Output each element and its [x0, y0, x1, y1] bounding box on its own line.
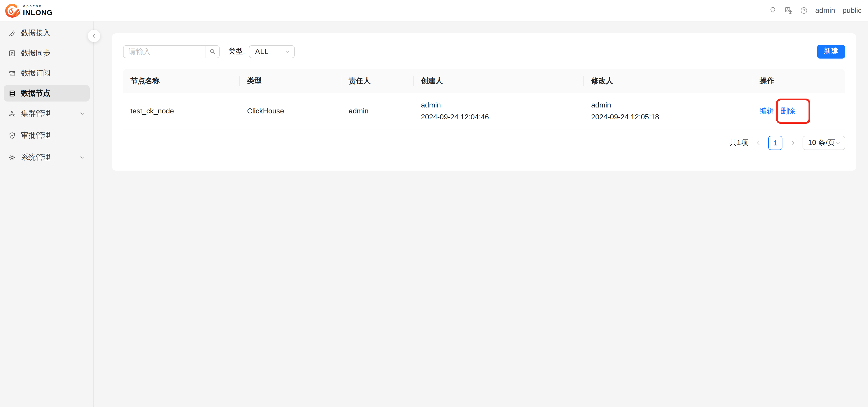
- cell-modifier: admin 2024-09-24 12:05:18: [584, 93, 752, 129]
- pagination-next-button[interactable]: [789, 140, 796, 146]
- pagination-total: 共1项: [730, 138, 748, 148]
- chevron-down-icon: [285, 49, 290, 54]
- help-icon[interactable]: [800, 6, 808, 14]
- settings-gear-icon: [8, 154, 16, 161]
- sidebar-item-label: 审批管理: [21, 131, 85, 140]
- type-filter-select[interactable]: ALL: [249, 45, 295, 58]
- pagination-page-1[interactable]: 1: [768, 136, 782, 150]
- modify-time: 2024-09-24 12:05:18: [591, 111, 659, 123]
- sidebar-item-system-management[interactable]: 系统管理: [4, 149, 90, 166]
- chevron-down-icon: [80, 155, 85, 160]
- cell-creator: admin 2024-09-24 12:04:46: [414, 93, 584, 129]
- pagination: 共1项 1 10 条/页: [123, 136, 845, 150]
- toolbar: 类型: ALL 新建: [123, 45, 845, 58]
- plug-icon: [8, 29, 16, 37]
- search-input[interactable]: [124, 45, 205, 57]
- chevron-right-icon: [789, 140, 796, 146]
- sidebar: 数据接入 数据同步 数据订阅: [0, 22, 94, 407]
- inlong-logo[interactable]: Apache INLONG: [5, 3, 53, 18]
- column-header-creator: 创建人: [414, 69, 584, 93]
- type-filter-label: 类型:: [228, 47, 245, 56]
- creator-name: admin: [421, 99, 441, 111]
- app-root: Apache INLONG: [0, 0, 868, 407]
- subscribe-icon: [8, 69, 16, 77]
- sidebar-item-label: 数据订阅: [21, 68, 85, 78]
- topbar-actions: admin public: [769, 6, 862, 14]
- current-user[interactable]: admin: [815, 6, 835, 14]
- current-tenant[interactable]: public: [842, 6, 862, 14]
- sidebar-item-label: 集群管理: [21, 109, 74, 118]
- chevron-down-icon: [80, 111, 85, 116]
- cell-type: ClickHouse: [240, 93, 341, 129]
- data-node-icon: [8, 90, 16, 97]
- sidebar-item-label: 数据同步: [21, 48, 85, 58]
- search-button[interactable]: [205, 45, 219, 57]
- modifier-name: admin: [591, 99, 611, 111]
- sidebar-item-label: 系统管理: [21, 152, 74, 162]
- cell-node-name: test_ck_node: [123, 93, 240, 129]
- logo-inlong-text: INLONG: [23, 9, 53, 16]
- search-box: [123, 45, 220, 58]
- delete-link[interactable]: 删除: [781, 106, 795, 116]
- sidebar-item-data-sync[interactable]: 数据同步: [4, 45, 90, 61]
- create-time: 2024-09-24 12:04:46: [421, 111, 489, 123]
- chevron-left-icon: [92, 33, 97, 38]
- sidebar-item-label: 数据接入: [21, 28, 85, 38]
- inlong-logo-icon: [5, 3, 20, 18]
- approval-shield-icon: [8, 132, 16, 139]
- sidebar-item-cluster-management[interactable]: 集群管理: [4, 105, 90, 122]
- column-header-type: 类型: [240, 69, 341, 93]
- page-size-value: 10 条/页: [808, 138, 836, 148]
- cluster-icon: [8, 109, 16, 117]
- sidebar-item-data-subscribe[interactable]: 数据订阅: [4, 65, 90, 81]
- type-filter-value: ALL: [255, 47, 285, 56]
- theme-lightbulb-icon[interactable]: [769, 6, 777, 14]
- cell-operations: 编辑 删除: [752, 93, 845, 129]
- cell-owner: admin: [341, 93, 414, 129]
- create-button[interactable]: 新建: [817, 44, 845, 58]
- edit-link[interactable]: 编辑: [760, 106, 774, 116]
- pagination-prev-button[interactable]: [755, 140, 762, 146]
- column-header-operations: 操作: [752, 69, 845, 93]
- data-node-table: 节点名称 类型 责任人 创建人 修改人 操作 test_ck_node Clic…: [123, 69, 845, 129]
- column-header-node-name: 节点名称: [123, 69, 240, 93]
- sidebar-item-data-ingestion[interactable]: 数据接入: [4, 25, 90, 41]
- sync-icon: [8, 49, 16, 57]
- sidebar-item-label: 数据节点: [21, 89, 85, 98]
- column-header-owner: 责任人: [341, 69, 414, 93]
- table-row: test_ck_node ClickHouse admin admin 2024…: [123, 93, 845, 129]
- logo-apache-text: Apache: [23, 5, 53, 8]
- column-header-modifier: 修改人: [584, 69, 752, 93]
- language-translate-icon[interactable]: [784, 6, 792, 14]
- table-header: 节点名称 类型 责任人 创建人 修改人 操作: [123, 69, 845, 93]
- sidebar-item-data-node[interactable]: 数据节点: [4, 85, 90, 102]
- sidebar-collapse-button[interactable]: [88, 30, 100, 42]
- search-icon: [209, 48, 216, 55]
- chevron-left-icon: [755, 140, 761, 146]
- sidebar-item-approval-management[interactable]: 审批管理: [4, 127, 90, 144]
- topbar: Apache INLONG: [0, 0, 868, 22]
- data-node-list-card: 类型: ALL 新建 节点名称 类型 责任人 创建人 修改人 操作 test_c…: [112, 33, 856, 171]
- chevron-down-icon: [836, 140, 841, 146]
- page-size-select[interactable]: 10 条/页: [803, 136, 845, 150]
